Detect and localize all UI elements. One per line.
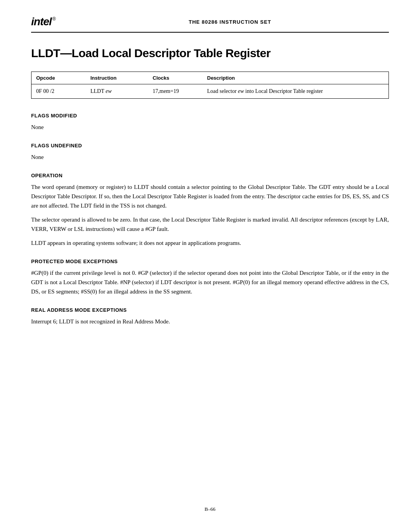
col-header-description: Description: [203, 72, 389, 84]
section-protected-mode-exceptions: PROTECTED MODE EXCEPTIONS #GP(0) if the …: [31, 259, 389, 296]
col-header-instruction: Instruction: [86, 72, 148, 84]
section-flags-undefined: FLAGS UNDEFINED None: [31, 143, 389, 162]
flags-undefined-text: None: [31, 152, 389, 162]
page-footer: B–66: [0, 506, 420, 512]
section-heading-operation: OPERATION: [31, 173, 389, 178]
section-real-address-mode: REAL ADDRESS MODE EXCEPTIONS Interrupt 6…: [31, 307, 389, 326]
instruction-table: Opcode Instruction Clocks Description 0F…: [31, 72, 389, 99]
page-number: B–66: [205, 506, 215, 512]
section-operation: OPERATION The word operand (memory or re…: [31, 173, 389, 248]
flags-modified-text: None: [31, 122, 389, 132]
cell-instruction: LLDT ew: [86, 84, 148, 99]
page: intel THE 80286 INSTRUCTION SET LLDT—Loa…: [0, 0, 420, 524]
operation-para-3: LLDT appears in operating systems softwa…: [31, 238, 389, 248]
section-heading-protected-mode: PROTECTED MODE EXCEPTIONS: [31, 259, 389, 264]
section-body-real-address-mode: Interrupt 6; LLDT is not recognized in R…: [31, 317, 389, 326]
section-heading-flags-undefined: FLAGS UNDEFINED: [31, 143, 389, 148]
col-header-clocks: Clocks: [148, 72, 203, 84]
section-body-operation: The word operand (memory or register) to…: [31, 182, 389, 248]
table-row: 0F 00 /2 LLDT ew 17,mem=19 Load selector…: [32, 84, 389, 99]
section-body-flags-undefined: None: [31, 152, 389, 162]
operation-para-2: The selector operand is allowed to be ze…: [31, 215, 389, 234]
section-body-flags-modified: None: [31, 122, 389, 132]
cell-description: Load selector ew into Local Descriptor T…: [203, 84, 389, 99]
operation-para-1: The word operand (memory or register) to…: [31, 182, 389, 210]
real-address-mode-text: Interrupt 6; LLDT is not recognized in R…: [31, 317, 389, 326]
page-header: intel THE 80286 INSTRUCTION SET: [31, 16, 389, 33]
section-heading-flags-modified: FLAGS MODIFIED: [31, 113, 389, 119]
cell-opcode: 0F 00 /2: [32, 84, 86, 99]
col-header-opcode: Opcode: [32, 72, 86, 84]
header-title: THE 80286 INSTRUCTION SET: [63, 19, 389, 25]
protected-mode-text: #GP(0) if the current privilege level is…: [31, 268, 389, 296]
intel-logo: intel: [31, 16, 52, 28]
section-heading-real-address-mode: REAL ADDRESS MODE EXCEPTIONS: [31, 307, 389, 313]
section-flags-modified: FLAGS MODIFIED None: [31, 113, 389, 132]
page-title: LLDT—Load Local Descriptor Table Registe…: [31, 47, 389, 60]
cell-clocks: 17,mem=19: [148, 84, 203, 99]
section-body-protected-mode: #GP(0) if the current privilege level is…: [31, 268, 389, 296]
